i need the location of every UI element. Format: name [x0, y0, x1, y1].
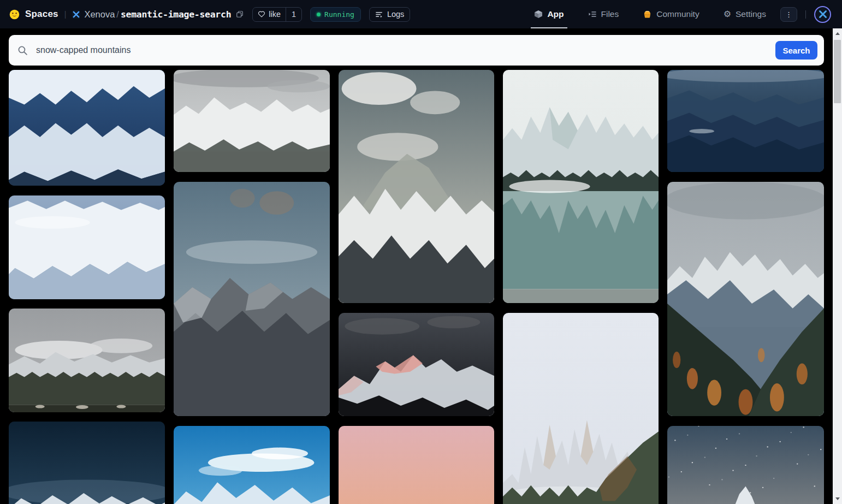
result-image-3[interactable]: [9, 309, 165, 412]
owner-avatar-icon[interactable]: [72, 10, 80, 19]
scroll-up-arrow-icon: [835, 32, 840, 35]
search-bar: Search: [9, 35, 824, 66]
result-image-15[interactable]: [667, 426, 824, 504]
logs-button[interactable]: Logs: [369, 7, 410, 22]
user-avatar[interactable]: [814, 6, 831, 23]
copy-icon: [236, 10, 244, 18]
like-count[interactable]: 1: [286, 8, 301, 21]
header-divider: [805, 10, 806, 19]
like-label: like: [269, 10, 281, 19]
tab-files-label: Files: [601, 9, 619, 19]
breadcrumb: Spaces | Xenova / semantic-image-search …: [9, 7, 410, 22]
search-icon: [17, 45, 28, 56]
copy-repo-name-button[interactable]: [236, 10, 244, 18]
result-image-2[interactable]: [9, 195, 165, 299]
tab-files[interactable]: Files: [588, 0, 619, 28]
scroll-up-button[interactable]: [833, 29, 842, 38]
vertical-scrollbar[interactable]: [833, 28, 842, 504]
repo-link[interactable]: semantic-image-search: [121, 9, 231, 20]
vertical-ellipsis-icon: ⋮: [785, 10, 792, 19]
community-nest-icon: [643, 10, 652, 19]
breadcrumb-slash: /: [116, 9, 119, 20]
status-badge[interactable]: Running: [310, 7, 361, 22]
search-input[interactable]: [35, 45, 775, 56]
result-image-1[interactable]: [9, 70, 165, 186]
tab-settings[interactable]: ⚙ Settings: [724, 0, 766, 28]
user-avatar-x-icon: [819, 10, 827, 19]
settings-gear-icon: ⚙: [724, 10, 731, 19]
tab-app[interactable]: App: [534, 0, 564, 28]
header-tabs: App Files Community ⚙ Settings ⋮: [510, 0, 831, 28]
heart-icon: [258, 10, 265, 18]
scroll-down-button[interactable]: [833, 494, 842, 503]
hugging-face-logo-icon[interactable]: [9, 9, 20, 20]
result-image-5[interactable]: [174, 70, 330, 172]
tab-community-label: Community: [656, 9, 699, 19]
scroll-down-arrow-icon: [835, 497, 840, 500]
app-cube-icon: [534, 10, 543, 19]
running-dot-icon: [317, 13, 321, 16]
result-image-11[interactable]: [503, 70, 659, 303]
result-image-13[interactable]: [667, 70, 824, 172]
result-image-4[interactable]: [9, 422, 165, 504]
logs-label: Logs: [387, 10, 404, 19]
top-navigation-bar: Spaces | Xenova / semantic-image-search …: [0, 0, 842, 28]
spaces-brand[interactable]: Spaces: [25, 9, 58, 20]
result-image-8[interactable]: [339, 70, 494, 303]
breadcrumb-divider: |: [64, 10, 67, 19]
result-image-6[interactable]: [174, 182, 330, 416]
tab-app-label: App: [547, 9, 564, 19]
tab-community[interactable]: Community: [643, 0, 699, 28]
tab-settings-label: Settings: [736, 9, 766, 19]
result-image-14[interactable]: [667, 182, 824, 416]
result-image-12[interactable]: [503, 313, 659, 504]
status-label: Running: [324, 10, 354, 19]
result-image-7[interactable]: [174, 426, 330, 504]
search-button[interactable]: Search: [775, 41, 817, 60]
like-button[interactable]: like 1: [252, 7, 302, 22]
logs-icon: [375, 10, 383, 19]
owner-link[interactable]: Xenova: [84, 9, 115, 20]
result-image-9[interactable]: [339, 313, 494, 416]
more-options-button[interactable]: ⋮: [780, 7, 797, 22]
scrollbar-thumb[interactable]: [834, 40, 841, 103]
files-icon: [588, 10, 597, 19]
result-image-10[interactable]: [339, 426, 494, 504]
